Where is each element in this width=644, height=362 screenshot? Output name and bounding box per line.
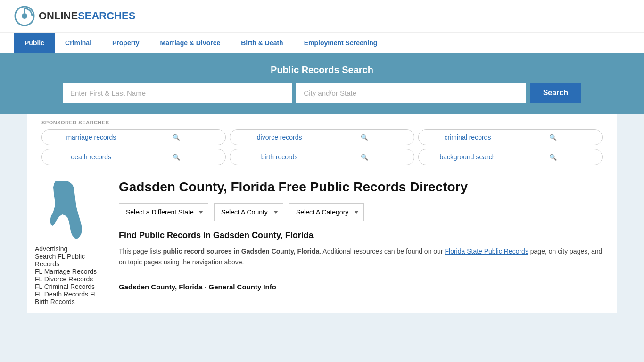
- find-records-title: Find Public Records in Gadsden County, F…: [119, 230, 605, 240]
- sidebar-link-marriage[interactable]: FL Marriage Records: [35, 268, 97, 275]
- category-dropdown[interactable]: Select A Category: [289, 203, 364, 221]
- florida-map-container: [35, 179, 99, 241]
- pill-death[interactable]: death records 🔍: [41, 149, 226, 165]
- logo-icon: [14, 6, 35, 26]
- search-icon-4: 🔍: [134, 154, 219, 161]
- sidebar: Advertising Search FL Public Records FL …: [27, 171, 107, 313]
- nav-birth-death[interactable]: Birth & Death: [231, 33, 293, 53]
- find-link[interactable]: Florida State Public Records: [445, 247, 528, 255]
- logo: ONLINESEARCHES: [14, 6, 135, 26]
- florida-map: [41, 179, 93, 240]
- search-form: Search: [63, 83, 581, 103]
- pill-birth[interactable]: birth records 🔍: [230, 149, 414, 165]
- search-icon-6: 🔍: [510, 154, 595, 161]
- nav-employment[interactable]: Employment Screening: [294, 33, 388, 53]
- content-divider: [119, 275, 605, 275]
- find-text-1: This page lists: [119, 247, 163, 255]
- pill-criminal-label: criminal records: [425, 133, 511, 141]
- pill-birth-label: birth records: [237, 153, 322, 161]
- find-records-text: This page lists public record sources in…: [119, 246, 605, 267]
- nav-marriage-divorce[interactable]: Marriage & Divorce: [150, 33, 231, 53]
- city-input[interactable]: [296, 83, 526, 103]
- page-title: Gadsden County, Florida Free Public Reco…: [119, 179, 605, 196]
- pill-background-label: background search: [425, 153, 511, 161]
- find-text-2: . Additional resources can be found on o…: [319, 247, 445, 255]
- main-nav: Public Criminal Property Marriage & Divo…: [0, 32, 644, 53]
- pill-marriage[interactable]: marriage records 🔍: [41, 129, 226, 145]
- search-icon-5: 🔍: [322, 154, 407, 161]
- name-input[interactable]: [63, 83, 292, 103]
- search-pills: marriage records 🔍 divorce records 🔍 cri…: [41, 129, 603, 165]
- pill-marriage-label: marriage records: [49, 133, 134, 141]
- county-dropdown[interactable]: Select A County: [214, 203, 283, 221]
- dropdowns-row: Select a Different State Select A County…: [119, 203, 605, 221]
- pill-divorce[interactable]: divorce records 🔍: [230, 129, 414, 145]
- ad-button[interactable]: Search FL Public Records: [35, 253, 99, 268]
- search-banner-title: Public Records Search: [14, 65, 630, 75]
- pill-death-label: death records: [49, 153, 134, 161]
- pill-background[interactable]: background search 🔍: [418, 149, 603, 165]
- search-banner: Public Records Search Search: [0, 53, 644, 114]
- header: ONLINESEARCHES: [0, 0, 644, 32]
- logo-searches: SEARCHES: [78, 10, 135, 22]
- svg-point-1: [22, 13, 27, 19]
- content-area: Advertising Search FL Public Records FL …: [27, 171, 617, 313]
- sponsored-label: SPONSORED SEARCHES: [41, 120, 603, 125]
- pill-criminal[interactable]: criminal records 🔍: [418, 129, 603, 145]
- nav-public[interactable]: Public: [14, 33, 55, 53]
- search-button[interactable]: Search: [530, 83, 581, 103]
- find-text-bold: public record sources in Gadsden County,…: [163, 247, 319, 255]
- logo-online: ONLINE: [39, 10, 78, 22]
- sidebar-link-death[interactable]: FL Death Records: [35, 290, 88, 298]
- state-dropdown[interactable]: Select a Different State: [119, 203, 208, 221]
- sidebar-link-criminal[interactable]: FL Criminal Records: [35, 283, 95, 290]
- search-icon-2: 🔍: [322, 134, 407, 141]
- nav-property[interactable]: Property: [102, 33, 150, 53]
- sidebar-link-divorce[interactable]: FL Divorce Records: [35, 275, 93, 283]
- logo-text: ONLINESEARCHES: [39, 10, 135, 22]
- search-icon-3: 🔍: [510, 134, 595, 141]
- search-icon-1: 🔍: [134, 134, 219, 141]
- nav-criminal[interactable]: Criminal: [55, 33, 102, 53]
- sponsored-section: SPONSORED SEARCHES marriage records 🔍 di…: [27, 114, 617, 171]
- pill-divorce-label: divorce records: [237, 133, 322, 141]
- main-content: Gadsden County, Florida Free Public Reco…: [107, 171, 617, 313]
- general-info-title: Gadsden County, Florida - General County…: [119, 283, 605, 291]
- advertising-label: Advertising: [35, 245, 99, 253]
